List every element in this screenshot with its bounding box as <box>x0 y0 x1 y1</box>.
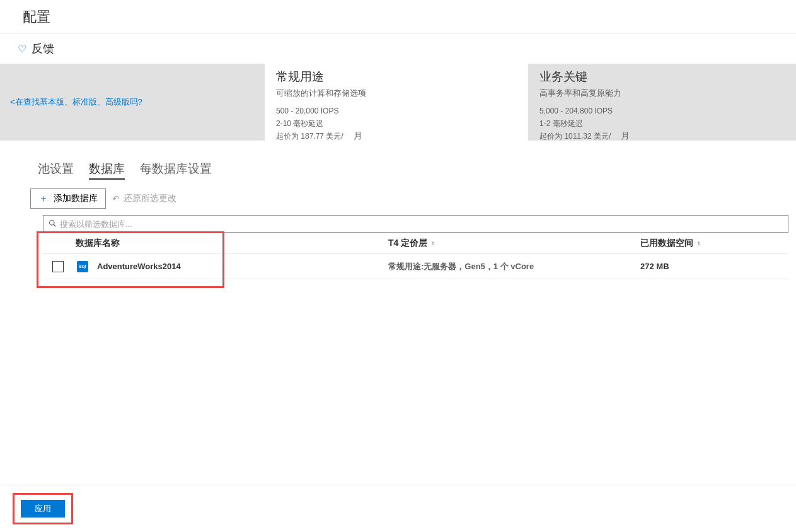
tier-card-general[interactable]: 常规用途 可缩放的计算和存储选项 500 - 20,000 IOPS 2-10 … <box>265 64 528 141</box>
tier-iops: 500 - 20,000 IOPS <box>276 105 517 117</box>
page-title: 配置 <box>0 0 796 33</box>
plus-icon: ＋ <box>38 194 49 204</box>
undo-changes-button[interactable]: ↶ 还原所选更改 <box>112 193 176 204</box>
tier-card-business[interactable]: 业务关键 高事务率和高复原能力 5,000 - 204,800 IOPS 1-2… <box>528 64 792 141</box>
row-checkbox[interactable] <box>52 261 64 272</box>
toolbar: ＋ 添加数据库 ↶ 还原所选更改 <box>0 188 796 209</box>
database-table: 数据库名称 T4 定价层 ↑↓ 已用数据空间 ↑↓ sql AdventureW… <box>43 233 788 279</box>
database-name: AdventureWorks2014 <box>97 262 181 271</box>
tier-latency: 1-2 毫秒延迟 <box>539 118 780 129</box>
tab-databases[interactable]: 数据库 <box>89 161 125 180</box>
tier-latency: 2-10 毫秒延迟 <box>276 118 517 129</box>
legacy-tier-link[interactable]: <在查找基本版、标准版、高级版吗? <box>10 96 142 108</box>
apply-button[interactable]: 应用 <box>21 500 65 518</box>
column-header-tier[interactable]: T4 定价层 ↑↓ <box>388 238 640 249</box>
heart-icon: ♡ <box>18 43 26 55</box>
tier-price: 起价为 1011.32 美元/ 月 <box>539 130 780 142</box>
tier-iops: 5,000 - 204,800 IOPS <box>539 105 780 117</box>
legacy-tier-link-wrap: <在查找基本版、标准版、高级版吗? <box>0 64 265 141</box>
highlight-annotation: 应用 <box>13 493 73 524</box>
add-database-label: 添加数据库 <box>54 193 98 204</box>
tab-pool-settings[interactable]: 池设置 <box>38 161 74 180</box>
sql-database-icon: sql <box>77 261 88 272</box>
tier-selector: <在查找基本版、标准版、高级版吗? 常规用途 可缩放的计算和存储选项 500 -… <box>0 64 796 141</box>
column-header-space[interactable]: 已用数据空间 ↑↓ <box>640 238 788 249</box>
tab-bar: 池设置 数据库 每数据库设置 <box>0 141 796 188</box>
database-tier: 常规用途:无服务器，Gen5，1 个 vCore <box>388 261 534 272</box>
undo-label: 还原所选更改 <box>124 193 176 204</box>
add-database-button[interactable]: ＋ 添加数据库 <box>30 188 106 209</box>
tier-title: 业务关键 <box>539 69 780 85</box>
tab-per-database[interactable]: 每数据库设置 <box>140 161 212 180</box>
search-input[interactable] <box>60 219 783 229</box>
sort-icon: ↑↓ <box>697 240 700 246</box>
tier-subtitle: 高事务率和高复原能力 <box>539 88 780 99</box>
column-header-name[interactable]: 数据库名称 <box>73 238 388 249</box>
tier-subtitle: 可缩放的计算和存储选项 <box>276 88 517 99</box>
sort-icon: ↑↓ <box>431 240 434 246</box>
feedback-label: 反馈 <box>32 41 54 56</box>
table-header-row: 数据库名称 T4 定价层 ↑↓ 已用数据空间 ↑↓ <box>43 233 788 254</box>
footer-bar: 应用 <box>0 485 796 532</box>
table-row[interactable]: sql AdventureWorks2014 常规用途:无服务器，Gen5，1 … <box>43 254 788 279</box>
tier-title: 常规用途 <box>276 69 517 85</box>
feedback-link[interactable]: ♡ 反馈 <box>0 33 796 64</box>
svg-line-1 <box>54 224 55 226</box>
search-box[interactable] <box>43 215 788 233</box>
database-space: 272 MB <box>640 262 669 271</box>
undo-icon: ↶ <box>112 194 120 204</box>
tier-price: 起价为 187.77 美元/ 月 <box>276 130 517 142</box>
search-icon <box>49 219 56 229</box>
svg-point-0 <box>50 220 55 225</box>
